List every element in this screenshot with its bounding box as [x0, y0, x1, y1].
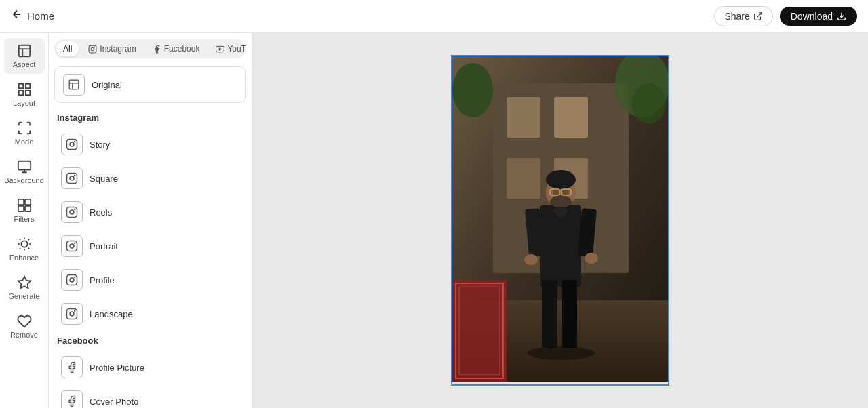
- instagram-square-label: Square: [90, 174, 118, 184]
- sidebar-item-enhance[interactable]: Enhance: [4, 231, 45, 267]
- svg-point-69: [585, 253, 598, 264]
- sidebar-item-filters[interactable]: Filters: [4, 192, 45, 228]
- tab-youtube[interactable]: YouT: [209, 41, 252, 56]
- svg-rect-33: [67, 275, 77, 285]
- facebook-section-title: Facebook: [57, 335, 243, 346]
- tab-instagram-label: Instagram: [100, 44, 136, 54]
- facebook-cover-photo-option[interactable]: Cover Photo: [54, 385, 246, 408]
- svg-rect-30: [67, 241, 77, 251]
- mode-icon: [17, 121, 32, 136]
- story-svg-icon: [66, 138, 78, 150]
- filters-icon: [17, 198, 32, 213]
- tab-youtube-label: YouT: [227, 44, 246, 54]
- svg-rect-49: [452, 280, 507, 382]
- svg-point-37: [70, 312, 74, 316]
- svg-rect-24: [67, 174, 77, 184]
- canvas-area: [252, 33, 868, 408]
- instagram-square-option[interactable]: Square: [54, 162, 246, 195]
- svg-rect-36: [67, 309, 77, 319]
- svg-rect-43: [507, 158, 540, 199]
- svg-rect-20: [69, 80, 79, 89]
- instagram-story-option[interactable]: Story: [54, 128, 246, 161]
- tab-facebook-label: Facebook: [164, 44, 200, 54]
- svg-rect-12: [18, 206, 23, 211]
- svg-marker-15: [18, 277, 30, 288]
- share-button[interactable]: Share: [714, 6, 772, 26]
- download-icon: [837, 12, 846, 21]
- sidebar-item-background[interactable]: Background: [4, 154, 45, 190]
- original-label: Original: [92, 80, 122, 90]
- aspect-panel: All Instagram Facebook: [49, 33, 252, 408]
- instagram-profile-option[interactable]: Profile: [54, 264, 246, 296]
- svg-rect-8: [25, 91, 29, 95]
- svg-point-18: [94, 47, 95, 47]
- sidebar-layout-label: Layout: [13, 99, 35, 107]
- tab-instagram[interactable]: Instagram: [81, 41, 142, 56]
- sidebar-item-mode[interactable]: Mode: [4, 115, 45, 151]
- landscape-aspect-icon: [61, 303, 83, 325]
- instagram-landscape-option[interactable]: Landscape: [54, 298, 246, 330]
- svg-rect-56: [542, 280, 557, 348]
- sidebar-item-aspect[interactable]: Aspect: [4, 38, 45, 74]
- sidebar-mode-label: Mode: [15, 138, 34, 146]
- sidebar-enhance-label: Enhance: [9, 253, 39, 262]
- svg-line-0: [757, 12, 762, 16]
- svg-rect-13: [24, 206, 30, 211]
- canvas-image-container: [451, 55, 669, 386]
- original-icon: [63, 74, 85, 96]
- svg-rect-10: [18, 199, 23, 205]
- tab-all-label: All: [63, 44, 72, 54]
- svg-point-31: [70, 244, 74, 248]
- svg-rect-57: [562, 280, 577, 348]
- facebook-cover-photo-label: Cover Photo: [90, 396, 138, 407]
- svg-point-32: [75, 243, 75, 243]
- svg-point-28: [70, 210, 74, 214]
- svg-rect-7: [18, 91, 22, 95]
- youtube-tab-icon: [216, 45, 224, 54]
- instagram-landscape-label: Landscape: [90, 309, 133, 319]
- svg-rect-27: [67, 207, 77, 218]
- svg-point-22: [70, 142, 74, 146]
- original-svg-icon: [68, 79, 80, 91]
- instagram-reels-label: Reels: [90, 207, 112, 218]
- fb-profile-picture-icon: [61, 356, 83, 378]
- reels-svg-icon: [66, 206, 78, 218]
- home-label: Home: [27, 10, 54, 22]
- facebook-tab-icon: [153, 45, 161, 54]
- sidebar-item-generate[interactable]: Generate: [4, 270, 45, 306]
- original-option[interactable]: Original: [54, 66, 246, 103]
- aspect-icon: [17, 43, 32, 58]
- svg-rect-16: [89, 45, 96, 53]
- svg-point-54: [632, 83, 666, 124]
- instagram-portrait-option[interactable]: Portrait: [54, 230, 246, 262]
- instagram-section-title: Instagram: [57, 113, 243, 123]
- landscape-svg-icon: [66, 308, 78, 320]
- header-actions: Share Download: [714, 6, 857, 26]
- layout-icon: [17, 82, 32, 97]
- sidebar-item-remove[interactable]: Remove: [4, 308, 45, 344]
- facebook-profile-picture-option[interactable]: Profile Picture: [54, 351, 246, 384]
- instagram-profile-label: Profile: [90, 275, 115, 285]
- svg-point-23: [75, 141, 75, 142]
- generate-icon: [17, 275, 32, 290]
- home-nav[interactable]: Home: [11, 8, 54, 24]
- sidebar-remove-label: Remove: [10, 331, 38, 339]
- download-button[interactable]: Download: [780, 7, 857, 26]
- canvas-image: [452, 56, 668, 382]
- svg-rect-42: [554, 97, 588, 138]
- svg-rect-21: [67, 140, 77, 150]
- svg-rect-41: [507, 97, 540, 138]
- svg-point-29: [75, 209, 75, 209]
- svg-rect-2: [18, 45, 30, 57]
- svg-point-70: [527, 346, 595, 360]
- tab-all[interactable]: All: [56, 41, 79, 56]
- tab-facebook[interactable]: Facebook: [146, 41, 207, 56]
- svg-marker-19: [220, 47, 222, 49]
- instagram-story-label: Story: [90, 140, 110, 150]
- filter-tabs: All Instagram Facebook: [54, 39, 246, 58]
- svg-rect-9: [18, 161, 30, 170]
- sidebar-item-layout[interactable]: Layout: [4, 77, 45, 113]
- svg-point-35: [75, 277, 75, 277]
- main-layout: Aspect Layout Mode Background: [0, 33, 868, 408]
- instagram-reels-option[interactable]: Reels: [54, 196, 246, 228]
